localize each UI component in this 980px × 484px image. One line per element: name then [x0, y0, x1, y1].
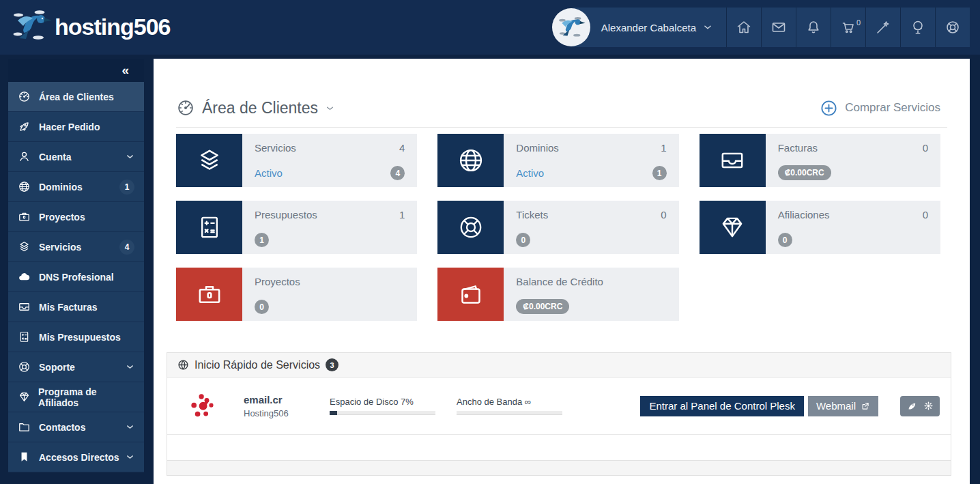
sidebar-collapse-button[interactable]: «: [8, 59, 144, 82]
tile-balance-de-credito[interactable]: Balance de Crédito ₡0.00CRC: [437, 268, 678, 321]
sidebar-item-contactos[interactable]: Contactos: [8, 412, 144, 442]
sidebar-item-soporte[interactable]: Soporte: [8, 352, 144, 382]
life-ring-icon: [18, 360, 31, 374]
sidebar-item-label: Dominios: [39, 182, 83, 193]
user-menu[interactable]: Alexander Cabalceta: [573, 8, 726, 47]
brand-logo[interactable]: hosting506: [10, 5, 170, 48]
tile-dominios[interactable]: Dominios1 Activo1: [437, 134, 678, 187]
tile-count: 1: [399, 209, 405, 220]
panel-footer: [167, 460, 951, 475]
topbar-right-cluster: Alexander Cabalceta: [552, 8, 970, 47]
tile-label: Tickets: [516, 209, 548, 220]
bandwidth-progress-bar: [457, 411, 562, 415]
inbox-icon: [18, 300, 31, 314]
tile-presupuestos[interactable]: Presupuestos1 1: [176, 201, 417, 254]
bandwidth-usage-label: Ancho de Banda ∞: [457, 397, 578, 407]
sidebar-item-dominios[interactable]: Dominios 1: [8, 172, 144, 202]
user-name: Alexander Cabalceta: [601, 22, 696, 33]
sidebar-item-mis-presupuestos[interactable]: Mis Presupuestos: [8, 322, 144, 352]
sidebar-item-label: Contactos: [39, 422, 85, 433]
tile-tickets[interactable]: Tickets0 0: [437, 201, 678, 254]
tile-count: 0: [661, 209, 666, 220]
tile-badge: 1: [255, 233, 269, 247]
plesk-panel-button[interactable]: Entrar al Panel de Control Plesk: [640, 396, 803, 416]
buy-services-label: Comprar Servicios: [845, 101, 940, 115]
page-header: Área de Clientes Comprar Servicios: [176, 89, 940, 127]
cart-icon: [840, 19, 856, 35]
service-quick-actions: [900, 396, 940, 416]
bandwidth-usage: Ancho de Banda ∞: [457, 397, 578, 415]
tile-label: Balance de Crédito: [516, 276, 603, 287]
briefcase-icon: [176, 268, 242, 321]
globe-icon: [18, 180, 31, 194]
support-button[interactable]: [935, 8, 970, 47]
sidebar-item-cuenta[interactable]: Cuenta: [8, 142, 144, 172]
external-link-icon: [861, 401, 870, 411]
mail-icon: [770, 19, 787, 35]
sidebar-item-label: Soporte: [39, 362, 75, 373]
briefcase-icon: [18, 210, 31, 224]
buy-services-button[interactable]: Comprar Servicios: [820, 99, 940, 117]
life-ring-icon: [945, 19, 961, 35]
tile-status-link[interactable]: Activo: [255, 167, 283, 179]
settings-gear-button[interactable]: [923, 401, 934, 411]
tile-facturas[interactable]: Facturas0 ₡0.00CRC: [700, 134, 940, 187]
quick-actions-button[interactable]: [865, 8, 900, 47]
world-icon: [177, 359, 189, 371]
header-divider: [176, 127, 947, 128]
brand-text: hosting506: [55, 14, 170, 40]
messages-button[interactable]: [761, 8, 796, 47]
gauge-icon: [18, 90, 31, 104]
notifications-button[interactable]: [796, 8, 831, 47]
tile-status-link[interactable]: Activo: [516, 167, 544, 179]
tile-label: Proyectos: [255, 276, 300, 287]
webmail-button[interactable]: Webmail: [808, 396, 878, 416]
tile-count: 4: [399, 142, 405, 154]
cart-button[interactable]: 0: [831, 8, 865, 47]
tile-count: 1: [661, 142, 666, 154]
page-title-dropdown[interactable]: Área de Clientes: [176, 98, 335, 117]
tile-servicios[interactable]: Servicios4 Activo4: [176, 134, 417, 187]
sidebar-item-mis-facturas[interactable]: Mis Facturas: [8, 292, 144, 322]
tile-amount-pill: ₡0.00CRC: [778, 165, 831, 180]
sidebar-item-proyectos[interactable]: Proyectos: [8, 202, 144, 232]
sidebar-item-accesos-directos[interactable]: Accesos Directos: [8, 442, 144, 472]
tile-label: Servicios: [255, 142, 296, 154]
sidebar-item-programa-de-afiliados[interactable]: Programa de Afiliados: [8, 382, 144, 412]
diamond-icon: [700, 201, 766, 254]
chevron-down-icon: [703, 23, 712, 32]
user-icon: [18, 150, 31, 164]
sidebar-badge: 1: [119, 180, 134, 195]
disk-progress-bar: [330, 411, 435, 415]
bell-icon: [805, 19, 822, 35]
tile-proyectos[interactable]: Proyectos 0: [176, 268, 417, 321]
tile-badge: 0: [516, 233, 530, 247]
chevron-down-icon: [126, 423, 134, 431]
calculator-icon: [18, 330, 31, 344]
sidebar-item-servicios[interactable]: Servicios 4: [8, 232, 144, 262]
chevron-down-icon: [325, 103, 335, 113]
folder-icon: [18, 421, 31, 434]
sidebar-item-label: DNS Profesional: [39, 272, 114, 283]
tile-label: Facturas: [778, 142, 818, 154]
disk-usage: Espacio de Disco 7%: [330, 397, 451, 415]
avatar[interactable]: [552, 8, 590, 46]
sidebar-item-dns-profesional[interactable]: DNS Profesional: [8, 262, 144, 292]
quick-start-title: Inicio Rápido de Servicios: [194, 359, 320, 371]
sidebar-item-label: Proyectos: [39, 212, 85, 223]
sidebar-item-area-de-clientes[interactable]: Área de Clientes: [8, 82, 144, 112]
network-status-button[interactable]: [900, 8, 935, 47]
service-name[interactable]: email.cr: [244, 394, 324, 405]
tile-label: Afiliaciones: [778, 209, 830, 220]
tile-badge: 1: [652, 166, 667, 180]
main-content: Área de Clientes Comprar Servicios S: [154, 59, 970, 484]
hummingbird-logo-icon: [10, 5, 53, 48]
tile-count: 0: [923, 142, 928, 154]
home-button[interactable]: [726, 8, 761, 47]
app-window: hosting506 Alexander Cabalceta: [0, 0, 980, 484]
chevron-down-icon: [126, 453, 134, 461]
sidebar-item-hacer-pedido[interactable]: Hacer Pedido: [8, 112, 144, 142]
launch-rocket-button[interactable]: [907, 401, 917, 411]
tile-afiliaciones[interactable]: Afiliaciones0 0: [700, 201, 940, 254]
tile-count: 0: [923, 209, 928, 220]
